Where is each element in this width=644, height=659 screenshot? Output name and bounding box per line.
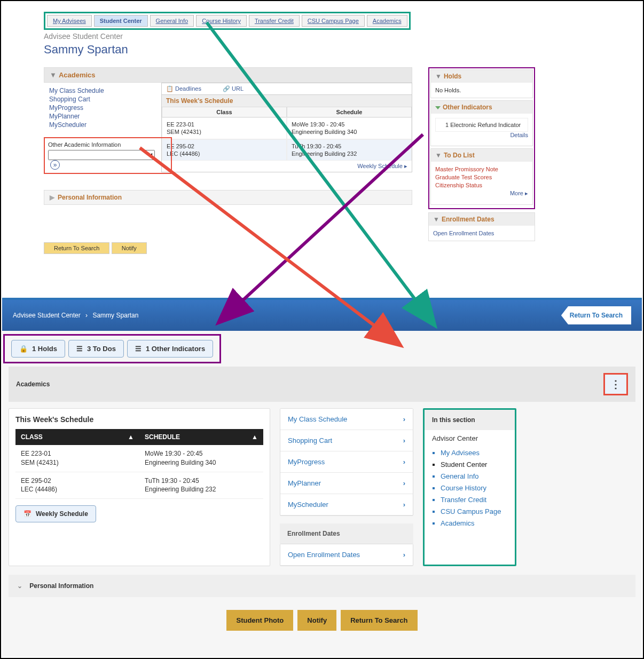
notify-button[interactable]: Notify <box>112 242 147 254</box>
this-week-title-lower: This Week's Schedule <box>15 415 263 424</box>
page-title: Advisee Student Center <box>44 32 600 41</box>
link-myplanner[interactable]: MyPlanner <box>49 113 156 120</box>
pill-1-other-indicators[interactable]: ☰1 Other Indicators <box>127 340 213 358</box>
pill-3-to-dos[interactable]: ☰3 To Dos <box>68 340 124 358</box>
chevron-right-icon: › <box>403 415 405 423</box>
return-to-search-button[interactable]: Return To Search <box>341 610 417 631</box>
schedule-row: EE 295-02LEC (44486)TuTh 19:30 - 20:45En… <box>162 139 412 161</box>
schedule-box: 📋 Deadlines 🔗 URL This Week's Schedule C… <box>161 83 412 172</box>
open-enrollment-link[interactable]: Open Enrollment Dates › <box>280 544 413 566</box>
enroll-heading[interactable]: ▼Enrollment Dates <box>429 213 535 226</box>
related-actions-box: ⋮ <box>603 373 628 395</box>
todo-heading[interactable]: ▼To Do List <box>431 149 532 162</box>
holds-body: No Holds. <box>431 83 532 98</box>
in-this-section-heading: In this section <box>425 410 515 430</box>
mid-links: My Class Schedule›Shopping Cart›MyProgre… <box>280 408 413 516</box>
sort-icon[interactable]: ▲ <box>128 433 134 441</box>
in-this-section-sub: Advisor Center <box>425 430 515 447</box>
pill-1-holds[interactable]: 🔒1 Holds <box>11 340 65 358</box>
tab-csu-campus-page[interactable]: CSU Campus Page <box>302 15 365 27</box>
week-schedule-card: This Week's Schedule CLASS▲ SCHEDULE▲ EE… <box>9 408 270 566</box>
return-to-search-top[interactable]: Return To Search <box>561 306 631 324</box>
link-my-class-schedule[interactable]: My Class Schedule <box>49 87 156 94</box>
enrollment-dates-label: Enrollment Dates <box>280 523 413 544</box>
schedule-col-header: Schedule <box>287 107 412 117</box>
student-photo-button[interactable]: Student Photo <box>226 610 293 631</box>
schedule-row: EE 223-01SEM (42431)MoWe 19:30 - 20:45En… <box>162 117 412 139</box>
sort-icon[interactable]: ▲ <box>252 433 258 441</box>
this-week-title: This Week's Schedule <box>162 94 412 107</box>
chevron-right-icon: › <box>403 458 405 466</box>
notify-button[interactable]: Notify <box>297 610 336 631</box>
section-link-csu-campus-page[interactable]: CSU Campus Page <box>441 507 507 515</box>
other-academic-label: Other Academic Information <box>48 141 168 148</box>
indicator-item: Electronic Refund Indicator <box>450 122 521 128</box>
section-link-academics[interactable]: Academics <box>441 519 507 527</box>
status-pills: 🔒1 Holds☰3 To Dos☰1 Other Indicators <box>3 334 221 363</box>
tab-student-center[interactable]: Student Center <box>94 15 148 27</box>
return-to-search-button[interactable]: Return To Search <box>44 242 109 254</box>
section-link-my-advisees[interactable]: My Advisees <box>441 449 507 457</box>
todo-item[interactable]: Graduate Test Scores <box>435 174 528 180</box>
enroll-link[interactable]: Open Enrollment Dates <box>433 230 494 236</box>
dots-icon[interactable]: ⋮ <box>610 378 621 391</box>
in-this-section: In this section Advisor Center My Advise… <box>423 408 516 566</box>
todo-more-link[interactable]: More ▸ <box>510 190 528 197</box>
chevron-right-icon: › <box>403 436 405 444</box>
tab-general-info[interactable]: General Info <box>150 15 194 27</box>
student-name: Sammy Spartan <box>44 43 600 57</box>
personal-info-lower[interactable]: ⌄ Personal Information <box>9 575 635 597</box>
weekly-schedule-link[interactable]: Weekly Schedule ▸ <box>162 161 412 172</box>
section-link-course-history[interactable]: Course History <box>441 484 507 492</box>
holds-heading[interactable]: ▼Holds <box>431 70 532 83</box>
blue-bar: Advisee Student Center › Sammy Spartan R… <box>2 300 642 331</box>
todo-item[interactable]: Citizenship Status <box>435 182 528 188</box>
link-my-class-schedule[interactable]: My Class Schedule› <box>280 409 413 430</box>
academics-links: My Class ScheduleShopping CartMyProgress… <box>44 83 156 130</box>
chevron-down-icon: ⌄ <box>17 582 22 590</box>
personal-info-heading[interactable]: ▶Personal Information <box>44 190 412 205</box>
side-panel: ▼Holds No Holds. Other Indicators 1 Elec… <box>428 67 535 209</box>
section-link-transfer-credit[interactable]: Transfer Credit <box>441 496 507 504</box>
link-myprogress[interactable]: MyProgress› <box>280 451 413 473</box>
url-link[interactable]: 🔗 URL <box>223 85 244 92</box>
academics-heading[interactable]: ▼Academics <box>44 67 412 83</box>
breadcrumb-current: Sammy Spartan <box>92 312 138 319</box>
weekly-schedule-button[interactable]: 📅 Weekly Schedule <box>15 505 96 522</box>
deadlines-link[interactable]: 📋 Deadlines <box>166 85 201 92</box>
other-academic-box: Other Academic Information » <box>44 137 172 174</box>
link-shopping-cart[interactable]: Shopping Cart <box>49 96 156 103</box>
section-link-general-info[interactable]: General Info <box>441 472 507 480</box>
todo-item[interactable]: Master Promissory Note <box>435 166 528 172</box>
breadcrumb: Advisee Student Center › Sammy Spartan <box>13 312 138 319</box>
section-link-student-center[interactable]: Student Center <box>441 460 507 469</box>
link-myplanner[interactable]: MyPlanner› <box>280 473 413 494</box>
tab-academics[interactable]: Academics <box>367 15 407 27</box>
chevron-right-icon: › <box>403 551 405 559</box>
other-indicators-heading[interactable]: Other Indicators <box>431 101 532 114</box>
academics-section-title: Academics <box>16 380 50 388</box>
link-myscheduler[interactable]: MyScheduler <box>49 121 156 129</box>
breadcrumb-root[interactable]: Advisee Student Center <box>13 312 81 319</box>
details-link[interactable]: Details <box>510 132 528 138</box>
go-button[interactable]: » <box>50 160 60 170</box>
chevron-right-icon: › <box>403 479 405 487</box>
top-tabs: My AdviseesStudent CenterGeneral InfoCou… <box>44 12 411 30</box>
class-col-header: Class <box>162 107 287 117</box>
tab-transfer-credit[interactable]: Transfer Credit <box>249 15 300 27</box>
link-shopping-cart[interactable]: Shopping Cart› <box>280 430 413 451</box>
calendar-icon: 📅 <box>23 510 32 518</box>
other-academic-select[interactable] <box>48 150 155 160</box>
table-row: EE 295-02LEC (44486)TuTh 19:30 - 20:45En… <box>15 472 263 499</box>
tab-course-history[interactable]: Course History <box>196 15 247 27</box>
link-myscheduler[interactable]: MyScheduler› <box>280 494 413 515</box>
tab-my-advisees[interactable]: My Advisees <box>47 15 92 27</box>
table-row: EE 223-01SEM (42431)MoWe 19:30 - 20:45En… <box>15 445 263 472</box>
chevron-right-icon: › <box>403 501 405 509</box>
link-myprogress[interactable]: MyProgress <box>49 104 156 112</box>
